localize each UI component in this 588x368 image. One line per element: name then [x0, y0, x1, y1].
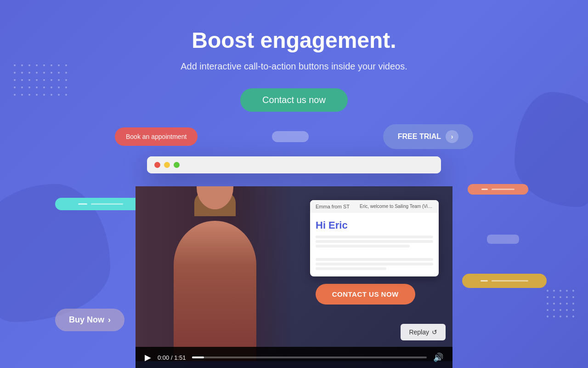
email-line-3: [316, 245, 410, 247]
email-line-5: [316, 263, 433, 265]
page-subtitle: Add interactive call-to-action buttons i…: [181, 61, 407, 72]
buy-now-button[interactable]: Buy Now ›: [55, 309, 124, 331]
free-trial-arrow-icon: ›: [446, 130, 458, 143]
email-body: Hi Eric: [310, 213, 439, 276]
placeholder-button-center: [272, 131, 309, 142]
email-line-6: [316, 267, 386, 270]
email-greeting: Hi Eric: [316, 218, 433, 233]
floating-buttons-row: Book an appointment FREE TRIAL ›: [0, 124, 588, 149]
time-display: 0:00 / 1:51: [158, 354, 186, 361]
email-overlay: Emma from ST Eric, welcome to Sailing Te…: [310, 200, 439, 276]
long-dash-icon: [492, 280, 528, 282]
video-contact-button[interactable]: CONTACT US NOW: [316, 284, 415, 305]
page-title: Boost engagement.: [192, 28, 396, 53]
side-button-right-gold[interactable]: [462, 274, 547, 288]
main-content: Boost engagement. Add interactive call-t…: [0, 0, 588, 135]
book-appointment-button[interactable]: Book an appointment: [115, 127, 198, 146]
video-controls-bar: ▶ 0:00 / 1:51 🔊: [136, 347, 452, 368]
email-subject: Eric, welcome to Sailing Team (Video Ins…: [360, 204, 433, 209]
person-body: [174, 221, 256, 361]
long-dash-icon: [91, 203, 123, 205]
dash-icon: [78, 203, 87, 205]
dash-icon: [481, 280, 488, 282]
browser-topbar: [147, 156, 441, 173]
email-header: Emma from ST Eric, welcome to Sailing Te…: [310, 200, 439, 213]
browser-mockup: [147, 156, 441, 173]
side-button-left-cyan[interactable]: [55, 198, 146, 210]
side-placeholder-right: [487, 235, 519, 244]
buy-now-arrow-icon: ›: [108, 315, 111, 325]
progress-bar[interactable]: [192, 356, 427, 358]
browser-close-dot: [154, 162, 160, 168]
long-dash-icon: [492, 189, 514, 190]
progress-fill: [192, 356, 204, 358]
email-line-2: [316, 240, 433, 243]
dash-icon: [481, 189, 488, 190]
contact-us-button[interactable]: Contact us now: [240, 88, 348, 112]
browser-maximize-dot: [174, 162, 180, 168]
replay-icon: ↺: [432, 328, 437, 336]
email-line-4: [316, 258, 433, 261]
dots-decoration-right: [547, 290, 574, 322]
email-from: Emma from ST: [316, 204, 350, 209]
email-line-1: [316, 236, 433, 238]
volume-button[interactable]: 🔊: [433, 352, 443, 362]
free-trial-button[interactable]: FREE TRIAL ›: [383, 124, 473, 149]
browser-minimize-dot: [164, 162, 170, 168]
play-button[interactable]: ▶: [145, 352, 151, 362]
person-area: [136, 186, 294, 361]
side-button-right-salmon[interactable]: [468, 184, 528, 195]
replay-button[interactable]: Replay ↺: [401, 324, 446, 340]
